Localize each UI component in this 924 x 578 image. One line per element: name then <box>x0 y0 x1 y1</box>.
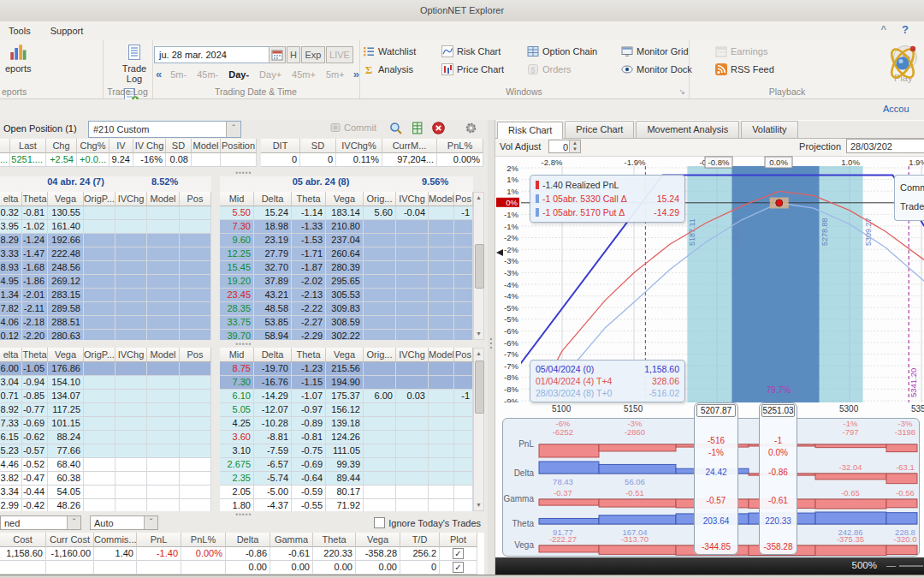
trading-date-input[interactable]: ju. 28 mar. 2024 <box>154 46 273 63</box>
group-expander-icon[interactable]: ↘ <box>678 87 685 96</box>
table-row[interactable]: 28.3548.58-2.22309.83 <box>220 302 473 316</box>
exp-button[interactable]: Exp <box>301 46 325 63</box>
table-row[interactable]: 5.5015.24-1.14183.145.60-0.04-1 <box>220 206 473 220</box>
column-header[interactable]: PnL <box>137 533 181 547</box>
column-header[interactable]: Theta <box>22 348 48 362</box>
table-row[interactable]: 7.3018.98-1.33210.80 <box>220 220 473 234</box>
table-row[interactable]: 23.4543.21-2.13305.53 <box>220 289 473 302</box>
column-header[interactable]: IV <box>110 139 133 153</box>
column-header[interactable]: Theta <box>22 192 48 206</box>
scroll-down-icon[interactable]: ▼ <box>474 500 483 510</box>
plot-checkbox[interactable]: ✓ <box>453 548 464 559</box>
close-position-icon[interactable] <box>432 122 445 134</box>
column-header[interactable]: Model <box>429 348 454 362</box>
panel-splitter[interactable] <box>488 120 495 578</box>
prev-day-button[interactable]: « <box>156 68 162 80</box>
table-row[interactable]: 2.675-6.57-0.6999.39 <box>220 458 473 472</box>
column-header[interactable]: Theta <box>292 348 326 362</box>
table-row[interactable]: 12.2527.79-1.71260.64 <box>220 247 473 261</box>
column-header[interactable]: Model <box>192 139 221 153</box>
table-row[interactable]: 3.95-1.02161.40 <box>0 220 211 234</box>
column-header[interactable]: Pos <box>180 192 211 206</box>
table-row[interactable]: 8.92-0.77117.25 <box>0 403 211 417</box>
table-row[interactable]: 1,158.60-1,160.001.40-1.400.00%-0.86-0.6… <box>0 547 484 561</box>
table-row[interactable]: 1.80-4.37-0.5571.92 <box>220 499 473 511</box>
table-row[interactable]: 19.2037.89-2.02295.65 <box>220 275 473 289</box>
column-header[interactable]: Vega <box>356 533 400 547</box>
column-header[interactable]: Vega <box>48 348 84 362</box>
trade-calculator-button[interactable]: Trade C <box>900 198 924 217</box>
export-icon[interactable] <box>411 122 424 134</box>
table-row[interactable]: 0.32-0.81130.55 <box>0 206 211 220</box>
watchlist-button[interactable]: Watchlist <box>363 45 429 59</box>
tab-movement-analysis[interactable]: Movement Analysis <box>636 121 739 138</box>
vol-adjust-spinner[interactable]: 0▲▼ <box>548 140 581 153</box>
column-header[interactable]: Vega <box>326 192 364 206</box>
column-header[interactable]: Curr Cost <box>46 533 94 547</box>
strategy-select[interactable]: #210 Customˇ <box>88 121 241 138</box>
column-header[interactable]: Plot <box>440 533 477 547</box>
table-row[interactable]: 4.06-2.18288.51 <box>0 316 211 330</box>
account-link[interactable]: Accou <box>883 104 924 114</box>
table-row[interactable]: 7.82-2.11289.58 <box>0 302 211 316</box>
zoom-out-icon[interactable]: — <box>886 560 896 570</box>
table-row[interactable]: 3.04-0.94154.10 <box>0 376 211 390</box>
price-marker-column[interactable]: 5207.87-516-1%24.42-0.57203.64-344.85 <box>694 402 738 555</box>
comment-flyout[interactable]: Comme Trade C <box>894 175 924 221</box>
table-row[interactable]: 7.33-0.69101.15 <box>0 417 211 431</box>
column-header[interactable]: Orig... <box>364 348 396 362</box>
tab-price-chart[interactable]: Price Chart <box>565 121 634 138</box>
column-header[interactable]: OrigP... <box>84 192 116 206</box>
menu-support[interactable]: Support <box>42 21 92 40</box>
column-header[interactable]: Model <box>429 192 454 206</box>
column-header[interactable]: Pos <box>180 348 211 362</box>
table-row[interactable]: 3.10-7.59-0.75111.05 <box>220 444 473 458</box>
column-header[interactable]: Model <box>147 348 180 362</box>
table-row[interactable]: 3.34-0.4454.05 <box>0 486 211 499</box>
table-row[interactable]: 3.33-1.47222.48 <box>0 247 211 261</box>
column-header[interactable]: elta <box>0 192 22 206</box>
column-header[interactable]: IVChg <box>396 348 429 362</box>
column-header[interactable]: Gamma <box>270 533 313 547</box>
column-header[interactable]: IVChg <box>116 348 147 362</box>
table-row[interactable]: 5.23-0.5777.66 <box>0 444 211 458</box>
column-header[interactable]: Delta <box>254 348 292 362</box>
scroll-up-icon[interactable]: ▲ <box>474 349 483 359</box>
date-step-Dayminus[interactable]: Day- <box>228 69 249 80</box>
commit-button[interactable]: Commit <box>329 122 376 134</box>
table-row[interactable]: 33.7553.85-2.27308.59 <box>220 316 473 330</box>
live-button[interactable]: LIVE <box>326 46 353 63</box>
column-header[interactable]: Mid <box>220 192 254 206</box>
column-header[interactable]: SD <box>166 139 192 153</box>
table-row[interactable]: 4.46-0.5268.40 <box>0 458 211 472</box>
table-row[interactable]: 2.35-5.74-0.6489.44 <box>220 472 473 486</box>
date-step-45mminus[interactable]: 45m- <box>197 69 218 80</box>
column-header[interactable]: Delta <box>254 192 292 206</box>
column-header[interactable]: Mid <box>220 348 254 362</box>
scrollbar-upper[interactable]: ▲ ▼ <box>473 192 484 340</box>
tab-risk-chart[interactable]: Risk Chart <box>497 122 563 140</box>
column-header[interactable]: IVChg <box>116 192 147 206</box>
column-header[interactable]: Chg <box>46 139 77 153</box>
table-row[interactable]: 7.30-16.76-1.15194.90 <box>220 376 473 390</box>
projection-date-input[interactable]: 28/03/202 <box>846 139 924 153</box>
date-step-5mminus[interactable]: 5m- <box>170 69 187 80</box>
column-header[interactable]: IVChg <box>396 192 429 206</box>
table-row[interactable]: 4.25-10.28-0.89139.18 <box>220 417 473 431</box>
collapse-ribbon-icon[interactable]: ^ <box>881 24 886 34</box>
table-row[interactable]: 4.95-1.86269.12 <box>0 275 211 289</box>
column-header[interactable]: DIT <box>261 139 300 153</box>
column-header[interactable]: Commis... <box>94 533 137 547</box>
table-row[interactable]: 0.12-2.20280.63 <box>0 330 211 340</box>
option-chain-button[interactable]: Option Chain <box>527 45 609 59</box>
plot-checkbox[interactable]: ✓ <box>453 562 464 573</box>
table-row[interactable]: 000.11%97,204...0.00% <box>261 153 483 167</box>
splitter-handle[interactable]: ▪▪▪▪▪ <box>0 342 488 347</box>
analysis-button[interactable]: ΣAnalysis <box>363 63 429 77</box>
column-header[interactable]: Pos <box>454 192 473 206</box>
view-mode-select[interactable]: nedˇ <box>0 515 81 530</box>
date-step-45mplus[interactable]: 45m+ <box>292 69 316 80</box>
title-bar[interactable]: OptionNET Explorer <box>0 0 924 22</box>
next-day-button[interactable]: » <box>353 68 359 80</box>
ignore-todays-trades-checkbox[interactable]: Ignore Today's Trades <box>374 517 481 528</box>
